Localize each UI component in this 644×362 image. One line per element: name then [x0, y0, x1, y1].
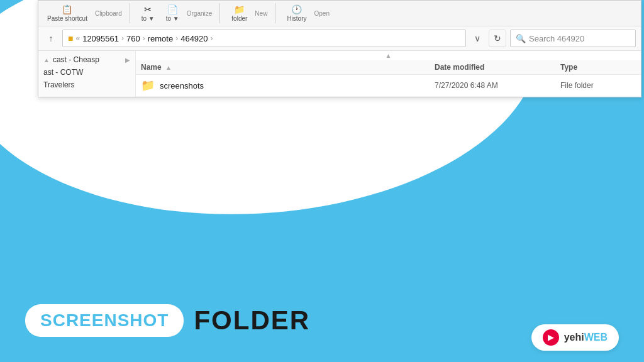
col-header-date[interactable]: Date modified	[435, 63, 560, 72]
move-icon: ✂	[144, 4, 152, 14]
path-item-3: remote	[148, 34, 173, 43]
copy-to-button[interactable]: 📄 to ▼	[162, 3, 183, 23]
sort-arrow: ▲	[165, 64, 172, 71]
address-path[interactable]: ■ « 12095561 › 760 › remote › 464920 ›	[62, 30, 466, 47]
toolbar-clipboard-section: 📋 Paste shortcut Clipboard	[43, 3, 130, 23]
new-folder-label: folder	[231, 15, 247, 22]
history-label: History	[287, 15, 306, 22]
open-label: Open	[314, 10, 330, 17]
new-folder-button[interactable]: 📁 folder	[228, 3, 251, 23]
screenshot-badge: SCREENSHOT	[25, 304, 184, 337]
nav-item-0[interactable]: ▲ cast - Cheasp ▶	[38, 53, 135, 66]
file-type: File folder	[560, 81, 636, 90]
bottom-area: SCREENSHOT FOLDER	[0, 292, 644, 362]
organize-label: Organize	[187, 10, 213, 17]
paste-shortcut-button[interactable]: 📋 Paste shortcut	[43, 3, 91, 23]
clipboard-label: Clipboard	[95, 10, 122, 17]
search-box[interactable]: 🔍 Search 464920	[510, 30, 636, 47]
column-headers: Name ▲ Date modified Type	[136, 60, 641, 75]
up-button[interactable]: ↑	[43, 31, 58, 46]
search-placeholder: Search 464920	[529, 34, 584, 43]
path-separator: «	[75, 34, 80, 43]
folder-text: FOLDER	[194, 305, 310, 336]
nav-item-2[interactable]: Travelers	[38, 79, 135, 91]
file-row-screenshots[interactable]: 📁 screenshots 7/27/2020 6:48 AM File fol…	[136, 75, 641, 97]
content-area: ▲ cast - Cheasp ▶ ast - COTW Travelers ▲…	[38, 51, 641, 97]
path-item-1: 12095561	[82, 34, 119, 43]
col-header-type[interactable]: Type	[560, 63, 636, 72]
history-button[interactable]: 🕐 History	[283, 3, 310, 23]
toolbar-open-section: 🕐 History Open	[283, 3, 337, 23]
left-nav: ▲ cast - Cheasp ▶ ast - COTW Travelers	[38, 51, 136, 97]
move-to-button[interactable]: ✂ to ▼	[138, 3, 158, 23]
refresh-button[interactable]: ↻	[489, 30, 506, 47]
address-bar: ↑ ■ « 12095561 › 760 › remote › 464920 ›…	[38, 26, 641, 51]
paste-label: Paste shortcut	[47, 15, 87, 22]
path-item-2: 760	[126, 34, 140, 43]
folder-icon: ■	[68, 33, 73, 43]
toolbar-new-section: 📁 folder New	[228, 3, 275, 23]
title-area: SCREENSHOT FOLDER	[25, 304, 619, 337]
nav-scroll-right: ▶	[125, 57, 130, 63]
new-label: New	[255, 10, 267, 17]
file-folder-icon: 📁	[141, 79, 155, 92]
file-date: 7/27/2020 6:48 AM	[435, 81, 560, 90]
file-name: screenshots	[160, 81, 435, 90]
col-header-name[interactable]: Name ▲	[141, 63, 435, 72]
file-list: ▲ Name ▲ Date modified Type 📁 screenshot…	[136, 51, 641, 97]
nav-item-1[interactable]: ast - COTW	[38, 66, 135, 79]
new-folder-icon: 📁	[234, 4, 245, 14]
toolbar-organize-section: ✂ to ▼ 📄 to ▼ Organize	[138, 3, 221, 23]
toolbar: 📋 Paste shortcut Clipboard ✂ to ▼ 📄 to ▼…	[38, 1, 641, 26]
nav-scroll-indicator: ▲	[43, 57, 50, 63]
paste-icon: 📋	[62, 4, 72, 14]
explorer-window: 📋 Paste shortcut Clipboard ✂ to ▼ 📄 to ▼…	[38, 0, 641, 97]
path-dropdown-button[interactable]: ∨	[470, 31, 485, 46]
history-icon: 🕐	[291, 4, 302, 14]
sort-arrow-top: ▲	[136, 51, 641, 60]
copy-icon: 📄	[167, 4, 178, 14]
path-item-4: 464920	[180, 34, 208, 43]
search-icon: 🔍	[516, 34, 526, 43]
